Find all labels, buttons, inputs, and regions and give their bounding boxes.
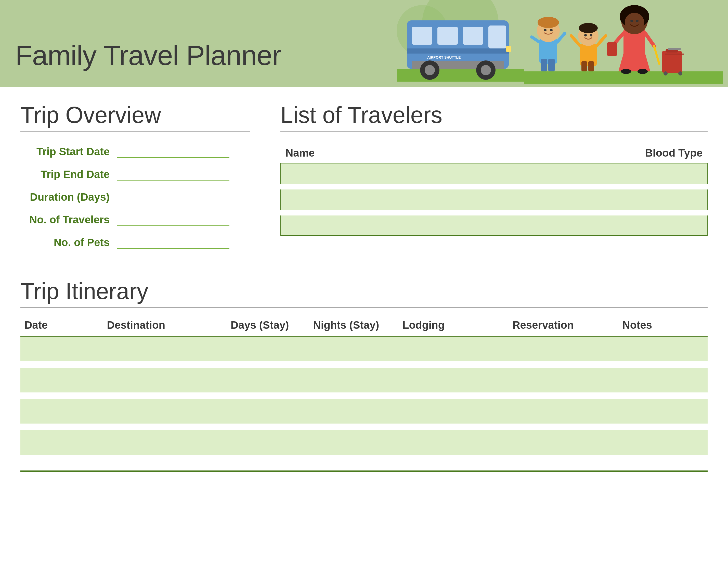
num-pets-input[interactable] [117, 235, 229, 248]
svg-rect-13 [506, 46, 511, 52]
svg-rect-6 [463, 27, 483, 45]
svg-line-39 [615, 33, 623, 43]
svg-point-20 [544, 29, 547, 31]
svg-rect-4 [412, 27, 432, 45]
svg-point-36 [625, 13, 644, 32]
svg-line-42 [654, 46, 659, 64]
svg-rect-40 [607, 42, 617, 56]
travelers-table: Name Blood Type [280, 144, 708, 236]
num-travelers-row: No. of Travelers [20, 212, 250, 226]
travelers-col-name: Name [280, 144, 437, 163]
itin-row-1 [20, 336, 708, 362]
num-pets-row: No. of Pets [20, 235, 250, 248]
footer-line [20, 471, 708, 472]
svg-point-44 [638, 69, 648, 74]
itin-col-reservation: Reservation [508, 316, 618, 336]
trip-start-date-row: Trip Start Date [20, 144, 250, 158]
svg-rect-47 [665, 54, 684, 55]
svg-rect-5 [437, 27, 458, 45]
itinerary-header-row: Date Destination Days (Stay) Nights (Sta… [20, 316, 708, 336]
duration-days-row: Duration (Days) [20, 190, 250, 203]
num-travelers-input[interactable] [117, 212, 229, 226]
svg-rect-16 [541, 59, 547, 71]
svg-rect-17 [548, 59, 555, 71]
itin-cell-2[interactable] [20, 368, 708, 393]
num-travelers-label: No. of Travelers [20, 214, 117, 226]
itin-col-lodging: Lodging [398, 316, 508, 336]
traveler-spacer-2 [280, 210, 708, 215]
itinerary-table: Date Destination Days (Stay) Nights (Sta… [20, 316, 708, 455]
page-header: AIRPORT SHUTTLE [0, 0, 728, 87]
svg-point-38 [636, 20, 639, 22]
list-of-travelers-title: List of Travelers [280, 102, 708, 132]
num-pets-label: No. of Pets [20, 236, 117, 248]
traveler-spacer-1 [280, 184, 708, 189]
trip-overview-section: Trip Overview Trip Start Date Trip End D… [20, 102, 250, 258]
svg-point-12 [481, 65, 491, 75]
svg-rect-0 [397, 69, 524, 82]
itin-col-notes: Notes [618, 316, 708, 336]
itin-row-4 [20, 430, 708, 455]
itin-spacer-1 [20, 362, 708, 368]
svg-point-10 [425, 65, 435, 75]
itin-col-days-stay: Days (Stay) [227, 316, 309, 336]
svg-point-48 [664, 71, 668, 75]
page-title: Family Travel Planner [15, 39, 281, 71]
svg-point-43 [621, 69, 631, 74]
trip-end-date-input[interactable] [117, 167, 229, 180]
svg-line-23 [532, 37, 539, 42]
duration-days-input[interactable] [117, 190, 229, 203]
svg-point-19 [538, 17, 559, 28]
duration-days-label: Duration (Days) [20, 191, 117, 203]
itin-col-destination: Destination [103, 316, 227, 336]
svg-rect-50 [668, 48, 681, 50]
trip-itinerary-section: Trip Itinerary Date Destination Days (St… [20, 278, 708, 455]
svg-point-29 [584, 34, 587, 36]
svg-rect-7 [407, 48, 509, 54]
svg-point-49 [678, 71, 682, 75]
trip-start-date-input[interactable] [117, 144, 229, 158]
itin-spacer-2 [20, 393, 708, 399]
svg-point-21 [550, 29, 553, 31]
itin-col-date: Date [20, 316, 103, 336]
traveler-cell-3[interactable] [280, 215, 708, 236]
bus-illustration: AIRPORT SHUTTLE [397, 5, 524, 82]
svg-point-28 [579, 23, 598, 33]
traveler-row-2 [280, 189, 708, 210]
itin-cell-1[interactable] [20, 337, 708, 361]
travelers-col-bloodtype: Blood Type [437, 144, 708, 163]
svg-rect-25 [581, 61, 587, 71]
traveler-cell-1[interactable] [280, 163, 708, 184]
trip-overview-title: Trip Overview [20, 102, 250, 132]
trip-end-date-label: Trip End Date [20, 168, 117, 180]
main-content: Trip Overview Trip Start Date Trip End D… [0, 87, 728, 487]
svg-line-41 [645, 33, 654, 46]
svg-rect-26 [588, 61, 594, 71]
traveler-cell-2[interactable] [280, 189, 708, 210]
people-illustration [524, 3, 723, 84]
itin-cell-4[interactable] [20, 430, 708, 455]
overview-travelers-row: Trip Overview Trip Start Date Trip End D… [20, 102, 708, 258]
itin-spacer-3 [20, 424, 708, 430]
list-of-travelers-section: List of Travelers Name Blood Type [280, 102, 708, 258]
itin-cell-3[interactable] [20, 399, 708, 424]
svg-rect-3 [488, 25, 506, 48]
trip-start-date-label: Trip Start Date [20, 146, 117, 158]
traveler-row-1 [280, 163, 708, 184]
traveler-row-3 [280, 215, 708, 236]
svg-point-30 [590, 34, 592, 36]
itin-row-2 [20, 368, 708, 393]
itin-row-3 [20, 399, 708, 424]
svg-text:AIRPORT SHUTTLE: AIRPORT SHUTTLE [427, 55, 461, 59]
trip-itinerary-title: Trip Itinerary [20, 278, 708, 308]
itin-col-nights-stay: Nights (Stay) [309, 316, 398, 336]
travelers-header-row: Name Blood Type [280, 144, 708, 163]
trip-end-date-row: Trip End Date [20, 167, 250, 180]
svg-point-37 [630, 20, 633, 22]
